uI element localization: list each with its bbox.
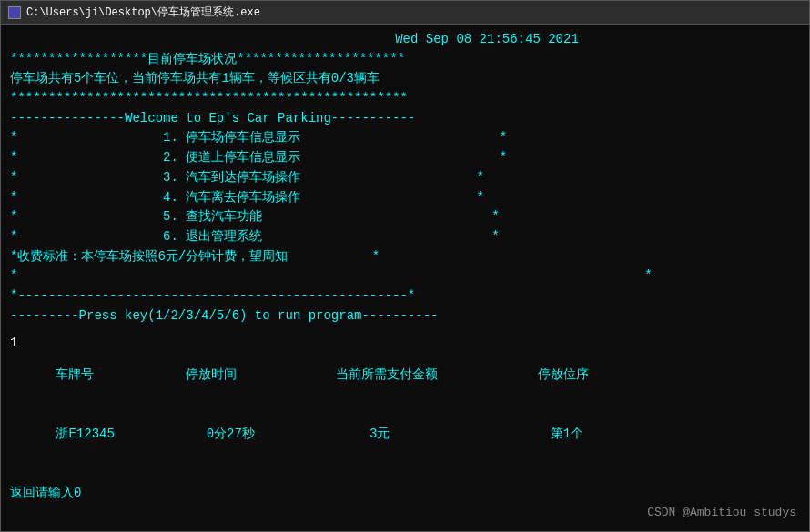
blank-line-2 bbox=[10, 464, 800, 484]
table-row: 浙E12345 0分27秒 3元 第1个 bbox=[10, 405, 800, 464]
header-fee: 当前所需支付金额 bbox=[336, 367, 438, 382]
menu-line-2: * 2. 便道上停车信息显示 * bbox=[10, 148, 800, 168]
row-time: 0分27秒 bbox=[207, 427, 255, 441]
console-area: Wed Sep 08 21:56:45 2021 ***************… bbox=[1, 25, 809, 531]
row-pos: 第1个 bbox=[551, 427, 583, 441]
window-icon bbox=[8, 6, 21, 19]
watermark: CSDN @Ambitiou studys bbox=[647, 504, 796, 522]
menu-line-4: * 4. 汽车离去停车场操作 * bbox=[10, 188, 800, 208]
star-line: * * bbox=[10, 266, 800, 286]
menu-line-3: * 3. 汽车到达停车场操作 * bbox=[10, 168, 800, 188]
title-bar: C:\Users\ji\Desktop\停车场管理系统.exe bbox=[1, 1, 809, 25]
dashes-top: ---------------Welcome to Ep's Car Parki… bbox=[10, 109, 800, 129]
press-key-line: ---------Press key(1/2/3/4/5/6) to run p… bbox=[10, 306, 800, 326]
menu-line-6: * 6. 退出管理系统 * bbox=[10, 227, 800, 247]
row-fee: 3元 bbox=[370, 427, 390, 441]
menu-line-5: * 5. 查找汽车功能 * bbox=[10, 207, 800, 227]
window-title: C:\Users\ji\Desktop\停车场管理系统.exe bbox=[26, 5, 260, 20]
header-pos: 停放位序 bbox=[538, 367, 589, 382]
window: C:\Users\ji\Desktop\停车场管理系统.exe Wed Sep … bbox=[0, 0, 810, 532]
status-line: 停车场共有5个车位，当前停车场共有1辆车，等候区共有0/3辆车 bbox=[10, 69, 800, 89]
table-header: 车牌号 停放时间 当前所需支付金额 停放位序 bbox=[10, 346, 800, 405]
datetime-line: Wed Sep 08 21:56:45 2021 bbox=[10, 30, 800, 50]
stars-top: ******************目前停车场状况***************… bbox=[10, 50, 800, 70]
stars-mid: ****************************************… bbox=[10, 89, 800, 109]
fee-notice-line: *收费标准：本停车场按照6元/分钟计费，望周知 * bbox=[10, 247, 800, 267]
header-time: 停放时间 bbox=[186, 367, 237, 382]
header-plate: 车牌号 bbox=[56, 367, 94, 382]
prompt-line: 返回请输入0 bbox=[10, 484, 800, 504]
dashes-bottom: *---------------------------------------… bbox=[10, 286, 800, 306]
menu-line-1: * 1. 停车场停车信息显示 * bbox=[10, 128, 800, 148]
row-plate: 浙E12345 bbox=[56, 427, 114, 441]
blank-line-1 bbox=[10, 326, 800, 346]
number-indicator: 1 bbox=[10, 334, 17, 354]
